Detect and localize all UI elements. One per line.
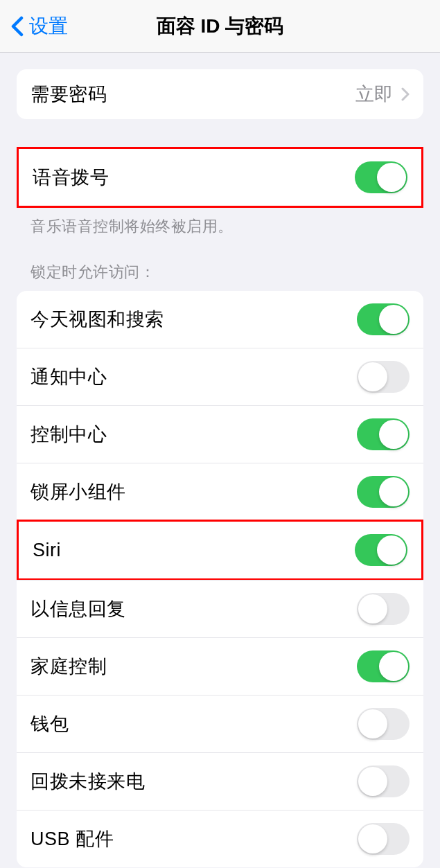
require-passcode-group: 需要密码 立即 (17, 69, 423, 119)
lock-access-row: 回拨未接来电 (17, 752, 423, 810)
lock-access-row: 锁屏小组件 (17, 463, 423, 520)
lock-access-label: 通知中心 (30, 364, 107, 389)
lock-access-label: 控制中心 (30, 422, 107, 447)
lock-access-row: 家庭控制 (17, 637, 423, 695)
lock-access-toggle[interactable] (357, 765, 410, 797)
voice-dial-toggle[interactable] (355, 161, 407, 193)
require-passcode-value: 立即 (355, 82, 393, 107)
lock-access-row: 以信息回复 (17, 580, 423, 637)
lock-access-label: USB 配件 (30, 826, 114, 851)
lock-access-label: Siri (33, 540, 61, 561)
lock-access-row: Siri (17, 520, 423, 581)
lock-access-toggle[interactable] (357, 593, 410, 625)
lock-access-group: 今天视图和搜索通知中心控制中心锁屏小组件Siri以信息回复家庭控制钱包回拨未接来… (17, 291, 423, 867)
lock-access-header: 锁定时允许访问： (17, 237, 423, 291)
lock-access-label: 以信息回复 (30, 596, 126, 621)
lock-access-row: 控制中心 (17, 405, 423, 463)
page-title: 面容 ID 与密码 (157, 13, 284, 39)
lock-access-toggle[interactable] (357, 476, 410, 508)
lock-access-label: 钱包 (30, 711, 69, 736)
chevron-right-icon (401, 87, 410, 101)
back-label: 设置 (29, 13, 68, 39)
require-passcode-label: 需要密码 (30, 82, 107, 107)
lock-access-toggle[interactable] (357, 361, 410, 393)
lock-access-row: 今天视图和搜索 (17, 291, 423, 348)
chevron-left-icon (11, 16, 24, 37)
voice-dial-label: 语音拨号 (33, 165, 109, 190)
lock-access-toggle[interactable] (357, 823, 410, 855)
lock-access-label: 今天视图和搜索 (30, 307, 164, 332)
lock-access-label: 锁屏小组件 (30, 479, 126, 504)
lock-access-row: USB 配件 (17, 810, 423, 867)
voice-dial-group: 语音拨号 (17, 147, 423, 208)
lock-access-toggle[interactable] (357, 708, 410, 740)
lock-access-row: 通知中心 (17, 348, 423, 405)
lock-access-row: 钱包 (17, 695, 423, 752)
navigation-header: 设置 面容 ID 与密码 (0, 0, 440, 53)
lock-access-toggle[interactable] (357, 418, 410, 450)
voice-dial-footer: 音乐语音控制将始终被启用。 (17, 208, 423, 237)
lock-access-toggle[interactable] (357, 650, 410, 682)
lock-access-label: 回拨未接来电 (30, 769, 145, 794)
back-button[interactable]: 设置 (11, 13, 68, 39)
lock-access-toggle[interactable] (357, 303, 410, 335)
lock-access-toggle[interactable] (355, 534, 407, 566)
voice-dial-row: 语音拨号 (19, 149, 421, 206)
require-passcode-row[interactable]: 需要密码 立即 (17, 69, 423, 119)
lock-access-label: 家庭控制 (30, 654, 107, 679)
